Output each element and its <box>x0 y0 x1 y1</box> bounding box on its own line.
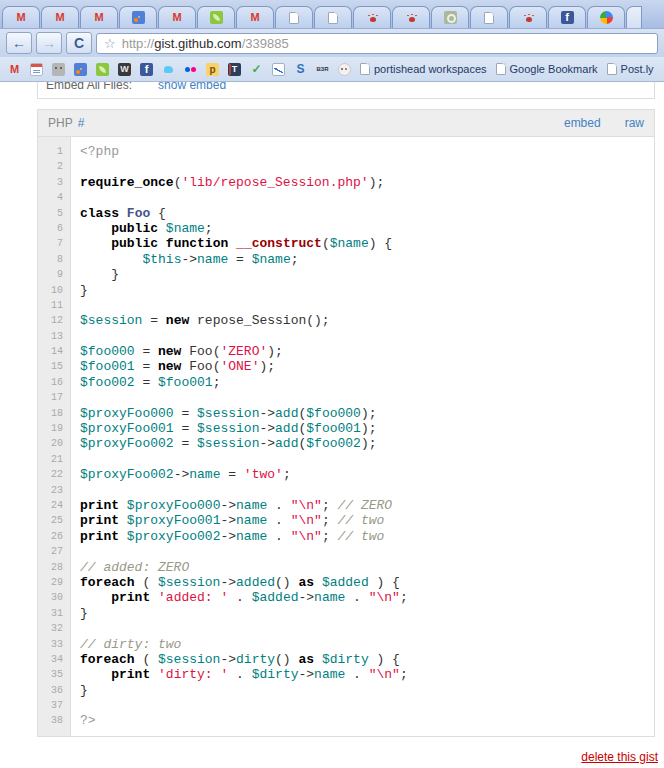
delete-gist-link[interactable]: delete this gist <box>581 750 658 764</box>
line-number: 30 <box>38 590 63 605</box>
code-line: } <box>80 267 650 282</box>
line-number: 3 <box>38 175 63 190</box>
embed-link[interactable]: embed <box>564 116 601 130</box>
bookmark-gmail[interactable] <box>8 63 21 76</box>
bookmark-tumblr[interactable] <box>228 63 241 76</box>
browser-tab[interactable] <box>119 6 157 28</box>
bookmark-robot[interactable] <box>52 63 65 76</box>
line-number: 23 <box>38 483 63 498</box>
address-bar[interactable]: ☆ http://gist.github.com/339885 <box>96 33 658 54</box>
bookmark-calendar[interactable] <box>30 63 43 76</box>
code-line: $foo001 = new Foo('ONE'); <box>80 359 650 374</box>
browser-tab[interactable] <box>80 6 118 28</box>
emblem-favicon-icon <box>118 63 131 76</box>
code-line: ?> <box>80 713 650 728</box>
code-line: // added: ZERO <box>80 560 650 575</box>
line-number: 15 <box>38 359 63 374</box>
code-line <box>80 298 650 313</box>
line-number: 6 <box>38 221 63 236</box>
bookmark-facebook[interactable] <box>140 63 153 76</box>
facebook-favicon-icon <box>140 63 153 76</box>
line-number: 21 <box>38 452 63 467</box>
code-line <box>80 621 650 636</box>
line-number: 36 <box>38 683 63 698</box>
leaf-favicon-icon <box>96 63 109 76</box>
browser-tab[interactable] <box>197 6 235 28</box>
file-anchor-link[interactable]: # <box>78 116 85 130</box>
bookmark-b3r[interactable] <box>316 63 329 76</box>
browser-tab[interactable] <box>2 6 40 28</box>
reload-button[interactable]: C <box>66 32 92 54</box>
code-line: foreach ( $session->dirty() as $dirty ) … <box>80 652 650 667</box>
line-number: 12 <box>38 313 63 328</box>
reader-favicon-icon <box>74 63 87 76</box>
line-number: 14 <box>38 344 63 359</box>
paw-favicon-icon <box>366 11 379 24</box>
line-number: 5 <box>38 206 63 221</box>
browser-tab[interactable] <box>353 6 391 28</box>
back-button[interactable]: ← <box>6 32 32 54</box>
browser-tab[interactable] <box>236 6 274 28</box>
delete-row: delete this gist <box>37 750 658 764</box>
code-line: } <box>80 683 650 698</box>
raw-link[interactable]: raw <box>625 116 644 130</box>
browser-tab[interactable] <box>275 6 313 28</box>
browser-tab[interactable] <box>587 6 625 28</box>
code-line: require_once('lib/repose_Session.php'); <box>80 175 650 190</box>
gist-file-box: PHP # embed raw 123456789101112131415161… <box>37 109 655 737</box>
line-number: 19 <box>38 421 63 436</box>
page-favicon-icon <box>496 63 506 75</box>
page-favicon-icon <box>360 63 370 75</box>
bookmark-scribd[interactable] <box>294 63 307 76</box>
file-language-label: PHP <box>48 116 73 130</box>
browser-tab[interactable] <box>626 6 642 28</box>
line-number: 17 <box>38 390 63 405</box>
bookmark-emblem[interactable] <box>118 63 131 76</box>
line-number: 29 <box>38 575 63 590</box>
browser-tab[interactable] <box>548 6 586 28</box>
url-path: /339885 <box>242 36 289 51</box>
code-line: // dirty: two <box>80 637 650 652</box>
facebook-favicon-icon <box>561 11 574 24</box>
bookmark-reddit[interactable] <box>338 63 351 76</box>
browser-tab[interactable] <box>470 6 508 28</box>
browser-tab[interactable] <box>392 6 430 28</box>
line-number: 33 <box>38 637 63 652</box>
scribd-favicon-icon <box>294 63 307 76</box>
browser-tab[interactable] <box>509 6 547 28</box>
bookmark-post-ly[interactable]: Post.ly <box>607 63 654 75</box>
line-number: 37 <box>38 698 63 713</box>
bookmark-google-bookmark[interactable]: Google Bookmark <box>496 63 598 75</box>
code-line: $proxyFoo001 = $session->add($foo001); <box>80 421 650 436</box>
bookmark-label: Google Bookmark <box>510 63 598 75</box>
browser-tab[interactable] <box>431 6 469 28</box>
bookmark-reader[interactable] <box>74 63 87 76</box>
bookmark-flickr[interactable] <box>184 63 197 76</box>
leaf-favicon-icon <box>210 11 223 24</box>
google-favicon-icon <box>600 11 613 24</box>
code-line: $session = new repose_Session(); <box>80 313 650 328</box>
bookmark-twitter[interactable] <box>162 63 175 76</box>
bookmark-check[interactable] <box>250 63 263 76</box>
line-number: 18 <box>38 406 63 421</box>
posterous-favicon-icon <box>206 63 219 76</box>
code-line <box>80 159 650 174</box>
forward-button[interactable]: → <box>36 32 62 54</box>
bookmark-portishead-workspaces[interactable]: portishead workspaces <box>360 63 487 75</box>
browser-tab[interactable] <box>158 6 196 28</box>
line-number: 38 <box>38 713 63 728</box>
line-number: 27 <box>38 544 63 559</box>
line-number: 2 <box>38 159 63 174</box>
url-text: http://gist.github.com/339885 <box>122 36 289 51</box>
show-embed-link[interactable]: show embed <box>158 82 226 92</box>
code-line: $proxyFoo000 = $session->add($foo000); <box>80 406 650 421</box>
code-line: print $proxyFoo000->name . "\n"; // ZERO <box>80 498 650 513</box>
bookmark-leaf[interactable] <box>96 63 109 76</box>
browser-tab[interactable] <box>41 6 79 28</box>
bookmark-posterous[interactable] <box>206 63 219 76</box>
url-scheme: http:// <box>122 36 155 51</box>
browser-tab[interactable] <box>314 6 352 28</box>
line-number: 25 <box>38 513 63 528</box>
bookmark-star-icon[interactable]: ☆ <box>104 36 116 51</box>
bookmark-stocks[interactable] <box>272 63 285 76</box>
